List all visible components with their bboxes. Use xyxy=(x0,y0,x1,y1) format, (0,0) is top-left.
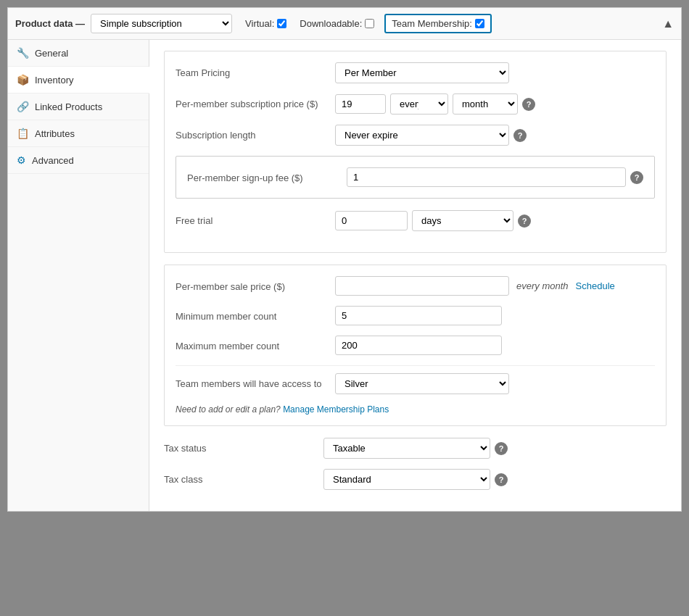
sidebar-item-inventory[interactable]: 📦 Inventory xyxy=(8,67,149,93)
sidebar-item-label: Inventory xyxy=(35,75,73,86)
subscription-price-label: Per-member subscription price ($) xyxy=(176,93,335,111)
subscription-length-field: Never expire 1 month 3 months 6 months 1… xyxy=(335,125,655,146)
subscription-price-field: every day week month year ? xyxy=(335,93,655,115)
team-membership-group: Team Membership: xyxy=(384,14,492,33)
free-trial-label: Free trial xyxy=(176,210,335,228)
product-type-select[interactable]: Simple subscription Simple product Group… xyxy=(91,14,232,33)
subscription-price-help[interactable]: ? xyxy=(522,98,535,111)
sale-price-row: Per-member sale price ($) every month Sc… xyxy=(176,276,655,296)
min-count-input[interactable] xyxy=(335,306,502,325)
free-trial-row: Free trial days weeks months years ? xyxy=(176,210,655,231)
team-access-field: Silver Gold Bronze Platinum xyxy=(335,373,655,394)
tax-status-field: Taxable Shipping only None ? xyxy=(323,438,667,459)
max-count-field xyxy=(335,336,655,355)
divider xyxy=(176,365,655,366)
signup-fee-panel: Per-member sign-up fee ($) ? xyxy=(176,156,655,199)
sidebar-item-linked-products[interactable]: 🔗 Linked Products xyxy=(8,93,149,120)
team-pricing-label: Team Pricing xyxy=(176,62,335,80)
tax-status-label: Tax status xyxy=(164,438,323,455)
wrench-icon: 🔧 xyxy=(17,47,29,59)
sidebar-item-attributes[interactable]: 📋 Attributes xyxy=(8,120,149,147)
every-month-text: every month xyxy=(516,280,569,291)
tax-class-row: Tax class Standard Reduced Rate Zero Rat… xyxy=(164,469,667,490)
gear-icon: ⚙ xyxy=(17,154,26,166)
subscription-price-input[interactable] xyxy=(335,94,386,114)
downloadable-checkbox-group: Downloadable: xyxy=(300,18,374,29)
sidebar: 🔧 General 📦 Inventory 🔗 Linked Products … xyxy=(8,40,149,511)
signup-fee-help[interactable]: ? xyxy=(630,171,643,184)
min-count-row: Minimum member count xyxy=(176,306,655,325)
subscription-price-row: Per-member subscription price ($) every … xyxy=(176,93,655,115)
min-count-field xyxy=(335,306,655,325)
virtual-checkbox[interactable] xyxy=(277,19,286,28)
sidebar-item-general[interactable]: 🔧 General xyxy=(8,40,149,67)
sidebar-item-advanced[interactable]: ⚙ Advanced xyxy=(8,147,149,174)
sidebar-item-label: General xyxy=(35,48,68,59)
subscription-length-row: Subscription length Never expire 1 month… xyxy=(176,125,655,146)
tax-status-help[interactable]: ? xyxy=(495,442,508,455)
signup-fee-row: Per-member sign-up fee ($) ? xyxy=(187,167,643,187)
max-count-label: Maximum member count xyxy=(176,336,335,353)
subscription-length-select[interactable]: Never expire 1 month 3 months 6 months 1… xyxy=(335,125,509,146)
signup-fee-label: Per-member sign-up fee ($) xyxy=(187,167,347,185)
free-trial-field: days weeks months years ? xyxy=(335,210,655,231)
free-trial-input[interactable] xyxy=(335,211,408,230)
team-access-row: Team members will have access to Silver … xyxy=(176,373,655,394)
product-data-panel: Product data — Simple subscription Simpl… xyxy=(7,7,682,512)
team-membership-label: Team Membership: xyxy=(392,18,472,29)
tax-class-field: Standard Reduced Rate Zero Rate ? xyxy=(323,469,667,490)
collapse-arrow[interactable]: ▲ xyxy=(662,17,674,30)
max-count-input[interactable] xyxy=(335,336,502,355)
max-count-row: Maximum member count xyxy=(176,336,655,355)
tax-status-row: Tax status Taxable Shipping only None ? xyxy=(164,438,667,459)
inventory-icon: 📦 xyxy=(17,74,29,86)
downloadable-label: Downloadable: xyxy=(300,18,362,29)
signup-fee-input[interactable] xyxy=(347,167,626,187)
free-trial-period-select[interactable]: days weeks months years xyxy=(412,210,513,231)
sidebar-item-label: Attributes xyxy=(35,128,75,139)
product-data-header: Product data — Simple subscription Simpl… xyxy=(8,8,681,40)
schedule-link[interactable]: Schedule xyxy=(576,280,615,291)
team-access-select[interactable]: Silver Gold Bronze Platinum xyxy=(335,373,509,394)
team-membership-checkbox[interactable] xyxy=(475,19,484,28)
manage-plans-prefix: Need to add or edit a plan? xyxy=(176,404,281,415)
sale-price-input[interactable] xyxy=(335,276,509,296)
team-pricing-panel: Team Pricing Per Member Per Team Fixed P… xyxy=(164,51,667,253)
min-count-label: Minimum member count xyxy=(176,306,335,323)
sidebar-item-label: Linked Products xyxy=(35,101,102,112)
free-trial-help[interactable]: ? xyxy=(518,215,531,228)
link-icon: 🔗 xyxy=(17,101,29,112)
team-access-label: Team members will have access to xyxy=(176,373,335,391)
downloadable-checkbox[interactable] xyxy=(365,19,374,28)
sale-price-label: Per-member sale price ($) xyxy=(176,276,335,294)
virtual-label: Virtual: xyxy=(245,18,274,29)
subscription-length-label: Subscription length xyxy=(176,125,335,142)
virtual-checkbox-group: Virtual: xyxy=(245,18,286,29)
sidebar-item-label: Advanced xyxy=(32,155,74,166)
subscription-period-select[interactable]: day week month year xyxy=(453,93,518,115)
product-data-label: Product data — xyxy=(15,18,85,29)
sale-price-field: every month Schedule xyxy=(335,276,655,296)
product-data-body: 🔧 General 📦 Inventory 🔗 Linked Products … xyxy=(8,40,681,511)
main-content-area: Team Pricing Per Member Per Team Fixed P… xyxy=(149,40,681,511)
subscription-every-select[interactable]: every xyxy=(390,93,448,115)
tax-class-help[interactable]: ? xyxy=(495,473,508,486)
sale-price-panel: Per-member sale price ($) every month Sc… xyxy=(164,265,667,426)
team-pricing-select[interactable]: Per Member Per Team Fixed xyxy=(335,62,509,83)
manage-plans-link[interactable]: Manage Membership Plans xyxy=(283,404,389,415)
signup-fee-field: ? xyxy=(347,167,643,187)
subscription-length-help[interactable]: ? xyxy=(513,129,527,142)
attributes-icon: 📋 xyxy=(17,128,29,139)
team-pricing-field: Per Member Per Team Fixed xyxy=(335,62,655,83)
tax-class-select[interactable]: Standard Reduced Rate Zero Rate xyxy=(323,469,490,490)
tax-class-label: Tax class xyxy=(164,469,323,486)
manage-plans-text: Need to add or edit a plan? Manage Membe… xyxy=(176,404,655,415)
tax-status-select[interactable]: Taxable Shipping only None xyxy=(323,438,490,459)
team-pricing-row: Team Pricing Per Member Per Team Fixed xyxy=(176,62,655,83)
